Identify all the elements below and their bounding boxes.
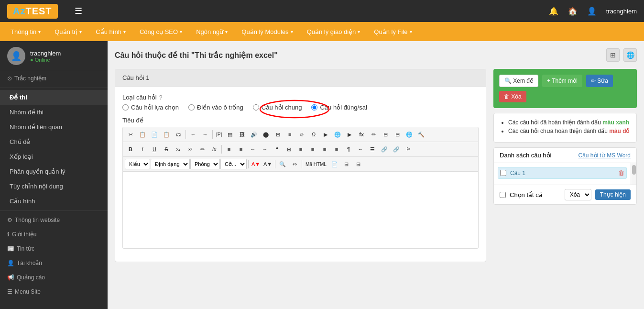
undo-btn[interactable]: ← <box>187 129 199 140</box>
spell-btn[interactable]: ⇔ <box>289 158 300 170</box>
flag-btn[interactable]: 🏳 <box>403 143 414 155</box>
emoji-btn[interactable]: ☺ <box>296 129 307 140</box>
scrollbar-thumb[interactable] <box>632 165 636 175</box>
doc-btn[interactable]: 📄 <box>329 158 340 170</box>
search-editor-btn[interactable]: 🔍 <box>277 158 288 170</box>
audio-btn[interactable]: 🔊 <box>248 129 260 140</box>
size-select[interactable]: Cỡ... <box>220 159 247 169</box>
user-icon[interactable]: 👤 <box>587 7 597 16</box>
align-left-btn[interactable]: ≡ <box>295 143 306 155</box>
circle-btn[interactable]: ⬤ <box>260 129 272 140</box>
custom1-btn[interactable]: ☰ <box>367 143 378 155</box>
font-color-btn[interactable]: A▼ <box>250 158 262 170</box>
globe2-btn[interactable]: 🌐 <box>404 129 415 140</box>
expand-btn[interactable]: ⊟ <box>341 158 352 170</box>
p-btn[interactable]: [P] <box>214 129 224 140</box>
radio-lua-chon[interactable]: Câu hỏi lựa chọn <box>122 104 179 111</box>
nav-cau-hinh[interactable]: Cấu hình▾ <box>90 22 131 41</box>
select-btn[interactable]: 🗂 <box>173 129 184 140</box>
btn-xoa[interactable]: 🗑 Xóa <box>499 91 526 102</box>
ms-word-link[interactable]: Câu hỏi từ MS Word <box>579 152 631 159</box>
nav-cong-cu-seo[interactable]: Công cụ SEO▾ <box>134 22 188 41</box>
hammer-btn[interactable]: 🔨 <box>415 129 427 140</box>
q-item-delete-btn[interactable]: 🗑 <box>618 169 624 177</box>
pencil2-btn[interactable]: ✏ <box>196 143 208 155</box>
strikethrough-btn[interactable]: S <box>161 143 172 155</box>
action-select[interactable]: Xóa <box>565 189 591 200</box>
cut-btn[interactable]: ✂ <box>125 129 136 140</box>
nav-quan-ly-giao-dien[interactable]: Quản lý giao diện▾ <box>301 22 366 41</box>
btn-them-moi[interactable]: + Thêm mới <box>542 75 582 87</box>
nav-thong-tin[interactable]: Thông tin▾ <box>5 22 46 41</box>
sidebar-gioi-thieu[interactable]: ℹ Giới thiệu <box>0 227 108 242</box>
select-all-checkbox[interactable] <box>500 192 506 198</box>
nav-ngon-ngu[interactable]: Ngôn ngữ▾ <box>190 22 233 41</box>
fx-btn[interactable]: fx <box>356 129 367 140</box>
paste-btn[interactable]: 📄 <box>149 129 160 140</box>
ul-btn[interactable]: ≡ <box>235 143 247 155</box>
style-select[interactable]: Kiểu <box>125 159 150 169</box>
sidebar-item-nhom-de-thi[interactable]: Nhóm đề thi <box>0 105 108 120</box>
video-btn[interactable]: ▶ <box>344 129 355 140</box>
image-btn[interactable]: 🖼 <box>236 129 248 140</box>
pencil-btn[interactable]: ✏ <box>368 129 379 140</box>
view-icon-btn[interactable]: ⊞ <box>606 48 620 62</box>
bg-color-btn[interactable]: A▼ <box>262 158 273 170</box>
align-btn[interactable]: ≡ <box>284 129 295 140</box>
ol-btn[interactable]: ≡ <box>223 143 235 155</box>
format-select[interactable]: Định dạng <box>151 159 190 169</box>
subscript-btn[interactable]: x₂ <box>173 143 184 155</box>
top-username[interactable]: tracnghiem <box>606 8 637 15</box>
home-icon[interactable]: 🏠 <box>568 7 578 16</box>
quote-btn[interactable]: ❝ <box>271 143 283 155</box>
globe-btn[interactable]: 🌐 <box>332 129 343 140</box>
outdent-btn[interactable]: ← <box>247 143 259 155</box>
hamburger-icon[interactable]: ☰ <box>75 6 82 16</box>
nav-quan-ly-file[interactable]: Quản lý File▾ <box>368 22 417 41</box>
table-btn[interactable]: ⊞ <box>272 129 284 140</box>
globe-icon-btn[interactable]: 🌐 <box>623 48 637 62</box>
sidebar-item-nhom-de-lien-quan[interactable]: Nhóm đề liên quan <box>0 120 108 134</box>
btn-xem-de[interactable]: 🔍 Xem đề <box>499 75 538 87</box>
radio-chung[interactable]: Câu hỏi chung <box>253 104 302 111</box>
code-btn[interactable]: ⊞ <box>283 143 295 155</box>
unlink-btn[interactable]: 🔗 <box>391 143 402 155</box>
italic-btn[interactable]: I <box>137 143 148 155</box>
sidebar-item-de-thi[interactable]: Đề thi <box>0 90 108 105</box>
copy-btn[interactable]: 📋 <box>137 129 148 140</box>
align-right-btn[interactable]: ≡ <box>319 143 330 155</box>
font-select[interactable]: Phông <box>190 159 220 169</box>
sidebar-thong-tin-website[interactable]: ⚙ Thông tin website <box>0 213 108 227</box>
sidebar-item-tuy-chinh[interactable]: Tùy chỉnh nội dung <box>0 179 108 194</box>
execute-btn[interactable]: Thực hiện <box>595 189 631 200</box>
nav-quan-ly-modules[interactable]: Quản lý Modules▾ <box>236 22 298 41</box>
minus-btn[interactable]: ⊟ <box>380 129 391 140</box>
superscript-btn[interactable]: x² <box>185 143 196 155</box>
btn-sua[interactable]: ✏ Sửa <box>586 75 613 87</box>
sidebar-item-phan-quyen[interactable]: Phân quyền quản lý <box>0 164 108 179</box>
bell-icon[interactable]: 🔔 <box>549 7 558 16</box>
minus2-btn[interactable]: ⊟ <box>392 129 403 140</box>
align-center-btn[interactable]: ≡ <box>307 143 318 155</box>
underline-btn[interactable]: U <box>149 143 160 155</box>
link-btn[interactable]: 🔗 <box>379 143 390 155</box>
collapse-btn[interactable]: ⊟ <box>353 158 364 170</box>
layout-btn[interactable]: ▤ <box>224 129 236 140</box>
sidebar-item-xep-loai[interactable]: Xếp loại <box>0 149 108 164</box>
nav-quan-tri[interactable]: Quản trị▾ <box>49 22 87 41</box>
redo-btn[interactable]: → <box>199 129 211 140</box>
html-btn[interactable]: Mã HTML <box>304 158 328 170</box>
sidebar-quang-cao[interactable]: 📢 Quảng cáo <box>0 270 108 285</box>
indent2-btn[interactable]: → <box>259 143 271 155</box>
paste2-btn[interactable]: 📋 <box>161 129 172 140</box>
clear-format-btn[interactable]: Ix <box>208 143 220 155</box>
bold-btn[interactable]: B <box>125 143 136 155</box>
radio-dien-vao[interactable]: Điền vào ô trống <box>188 104 243 111</box>
align-justify-btn[interactable]: ≡ <box>331 143 342 155</box>
sidebar-item-cau-hinh[interactable]: Cấu hình <box>0 194 108 209</box>
sidebar-menu-site[interactable]: ☰ Menu Site <box>0 285 108 299</box>
sidebar-tin-tuc[interactable]: 📰 Tin tức <box>0 242 108 256</box>
q-item-checkbox[interactable] <box>500 170 506 176</box>
sidebar-item-chu-de[interactable]: Chủ đề <box>0 134 108 149</box>
sidebar-section-tracnghiem[interactable]: ⊙ Trắc nghiệm <box>0 71 108 86</box>
